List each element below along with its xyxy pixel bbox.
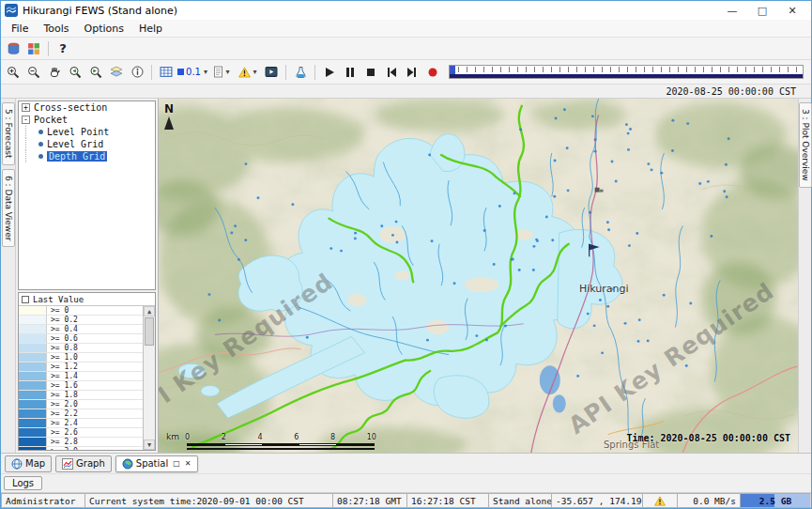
- tab-map[interactable]: Map: [5, 455, 52, 472]
- dock-tab[interactable]: 6 : Data Viewer: [2, 169, 15, 247]
- tree-item-label: Pocket: [34, 115, 68, 125]
- dock-tab[interactable]: 3 : Plot Overview: [799, 102, 812, 188]
- scroll-down-icon[interactable]: ▼: [144, 440, 155, 450]
- legend-row: >= 1.4: [19, 372, 143, 381]
- legend-scrollbar[interactable]: ▲ ▼: [143, 306, 155, 450]
- grid-display-value: 0.1: [186, 67, 201, 77]
- legend-row: >= 0.2: [19, 316, 143, 325]
- maximize-button[interactable]: □: [747, 2, 777, 19]
- timeline-cursor[interactable]: [450, 66, 455, 78]
- tree-item-level-grid[interactable]: Level Grid: [19, 138, 155, 150]
- bottom-tab-bar: Map Graph Spatial □ ✕: [1, 453, 811, 473]
- legend-row: >= 2.6: [19, 428, 143, 438]
- menu-item[interactable]: Help: [131, 22, 170, 36]
- scrollbar-thumb[interactable]: [145, 317, 154, 346]
- legend-color-swatch: [19, 447, 47, 450]
- tab-float-icon[interactable]: □: [173, 459, 180, 468]
- node-bullet-icon: [38, 154, 43, 159]
- expand-icon[interactable]: +: [22, 103, 30, 112]
- titlebar[interactable]: Hikurangi FEWS (Stand alone) — □ ✕: [1, 1, 811, 20]
- tree-item-cross-section[interactable]: + Cross-section: [19, 101, 155, 114]
- grid-display-selector[interactable]: 0.1 ▾: [176, 63, 208, 82]
- grid-icon[interactable]: [156, 63, 176, 82]
- zoom-next-icon[interactable]: [85, 63, 106, 82]
- map-view[interactable]: N API Key Required API Key Required Hiku…: [159, 99, 798, 453]
- map-tab-icon: [11, 458, 23, 470]
- legend-label: >= 1.0: [47, 353, 78, 362]
- legend-label: >= 2.2: [47, 409, 78, 418]
- warning-icon: [238, 67, 251, 78]
- skip-start-button[interactable]: [381, 63, 402, 82]
- menu-item[interactable]: File: [4, 22, 36, 36]
- zoom-in-icon[interactable]: [3, 63, 23, 82]
- app-window: Hikurangi FEWS (Stand alone) — □ ✕ FileT…: [0, 0, 812, 509]
- status-user: Administrator: [1, 493, 85, 508]
- chevron-down-icon: ▾: [253, 68, 256, 76]
- pause-icon: [345, 67, 356, 78]
- legend-label: >= 0.8: [47, 344, 78, 352]
- legend-label: >= 3.0: [47, 447, 78, 450]
- legend-color-swatch: [19, 428, 47, 437]
- tab-label: Map: [25, 458, 45, 469]
- scrollbar-track[interactable]: [144, 316, 155, 440]
- animation-icon[interactable]: [261, 63, 282, 82]
- stop-button[interactable]: [360, 63, 381, 82]
- statusbar: Administrator Current system time:2020-0…: [1, 492, 811, 508]
- legend-row: >= 0.6: [19, 334, 143, 344]
- tree-item-pocket[interactable]: - Pocket: [19, 114, 155, 126]
- collapse-icon[interactable]: -: [22, 116, 30, 124]
- current-time-display: 2020-08-25 00:00:00 CST: [666, 86, 796, 97]
- record-button[interactable]: [422, 63, 443, 82]
- database-icon[interactable]: [3, 39, 23, 58]
- node-bullet-icon: [38, 142, 43, 147]
- help-icon[interactable]: ?: [53, 39, 73, 58]
- menu-item[interactable]: Options: [77, 22, 131, 36]
- warning-menu-button[interactable]: ▾: [235, 63, 261, 82]
- zoom-previous-icon[interactable]: [65, 63, 85, 82]
- legend-header-label: Last Value: [33, 295, 84, 304]
- status-warning-cell[interactable]: [642, 493, 678, 508]
- tree-item-depth-grid[interactable]: Depth Grid: [19, 150, 155, 162]
- layers-icon[interactable]: [106, 63, 127, 82]
- tab-graph[interactable]: Graph: [55, 455, 112, 472]
- legend-color-swatch: [19, 372, 47, 380]
- dock-tab[interactable]: 5 : Forecast: [2, 102, 15, 165]
- zoom-out-icon[interactable]: [23, 63, 44, 82]
- status-coordinates: -35.657 , 174.199: [551, 493, 643, 508]
- status-local-time: 16:27:18 CST: [406, 493, 489, 508]
- tree-item-label: Level Point: [47, 127, 109, 137]
- minimize-button[interactable]: —: [717, 2, 747, 19]
- left-dock-tabstrip: 5 : Forecast6 : Data Viewer: [1, 99, 16, 453]
- legend-row: >= 0.8: [19, 344, 143, 353]
- status-gmt-time: 08:27:18 GMT: [332, 493, 407, 508]
- legend-color-swatch: [19, 334, 47, 343]
- info-icon[interactable]: [127, 63, 147, 82]
- legend-color-swatch: [19, 381, 47, 390]
- pan-icon[interactable]: [44, 63, 65, 82]
- tree-item-level-point[interactable]: Level Point: [19, 126, 155, 138]
- legend-row: >= 2.2: [19, 409, 143, 419]
- skip-end-button[interactable]: [402, 63, 422, 82]
- legend-row: >= 1.2: [19, 362, 143, 372]
- modules-icon[interactable]: [23, 39, 44, 58]
- stop-icon: [365, 67, 376, 78]
- logs-button[interactable]: Logs: [4, 476, 42, 490]
- legend-color-swatch: [19, 306, 47, 315]
- menu-item[interactable]: Tools: [36, 22, 76, 36]
- scroll-up-icon[interactable]: ▲: [144, 306, 155, 316]
- legend-row: >= 2.0: [19, 400, 143, 409]
- pause-button[interactable]: [340, 63, 360, 82]
- legend-label: >= 0.6: [47, 334, 78, 343]
- menubar: FileToolsOptionsHelp: [1, 20, 811, 38]
- tab-spatial[interactable]: Spatial □ ✕: [115, 455, 198, 472]
- tree-item-label: Level Grid: [47, 139, 103, 149]
- legend-color-swatch: [19, 409, 47, 418]
- timeline-slider[interactable]: [449, 65, 804, 79]
- legend-list: >= 0 >= 0.2 >= 0.4: [19, 306, 143, 450]
- close-button[interactable]: ✕: [777, 2, 807, 19]
- play-button[interactable]: [319, 63, 340, 82]
- document-menu-button[interactable]: ▾: [208, 63, 235, 82]
- tab-close-icon[interactable]: ✕: [185, 459, 192, 468]
- profile-tool-icon[interactable]: [290, 63, 311, 82]
- last-value-checkbox[interactable]: [22, 296, 29, 303]
